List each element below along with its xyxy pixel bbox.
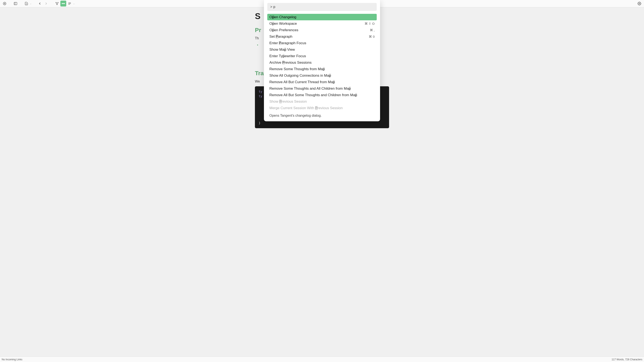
circle-icon[interactable] [2,1,8,6]
palette-item-label: Archive Previous Sessions [270,60,312,65]
palette-item[interactable]: Show All Outgoing Connections in Map [267,72,377,79]
sidebar-toggle-icon[interactable] [12,1,18,6]
palette-item[interactable]: Remove Some Thoughts from Map [267,66,377,72]
palette-item-shortcut: ⌘ 0 [369,35,374,38]
palette-item[interactable]: Open Changelog [267,14,377,20]
graph-icon[interactable] [54,1,60,6]
palette-item-shortcut: ⌘ , [370,28,374,32]
palette-item-label: Set Paragraph [270,34,292,39]
palette-item-label: Show All Outgoing Connections in Map [270,73,331,78]
palette-description: Opens Tangent's changelog dialog. [267,111,377,118]
thread-icon[interactable] [60,1,66,6]
palette-item-label: Show Map View [270,47,295,52]
command-palette: Open ChangelogOpen Workspace⌘ ⇧ OOpen Pr… [264,0,380,121]
palette-item[interactable]: Remove All But Current Thread from Map [267,79,377,85]
palette-item-label: Remove All But Some Thoughts and Childre… [270,93,357,97]
palette-item-label: Remove All But Current Thread from Map [270,80,335,84]
palette-item-label: Remove Some Thoughts from Map [270,67,325,71]
palette-item-label: Show Previous Session [270,99,307,104]
word-count-status[interactable]: 117 Words, 728 Characters [612,358,642,361]
chevron-down-icon[interactable]: ⌄ [30,2,32,4]
gear-icon[interactable] [636,1,642,6]
svg-point-13 [64,3,65,4]
palette-item[interactable]: Archive Previous Sessions [267,59,377,66]
chevron-down-icon[interactable]: ⌄ [73,2,75,4]
palette-item-label: Remove Some Thoughts and All Children fr… [270,86,351,91]
palette-item-label: Open Preferences [270,28,298,32]
palette-item[interactable]: Open Preferences⌘ , [267,27,377,33]
svg-point-8 [57,4,58,5]
back-icon[interactable] [37,1,43,6]
forward-icon[interactable] [43,1,49,6]
palette-item[interactable]: Merge Current Session With Previous Sess… [267,105,377,111]
svg-line-9 [56,3,57,4]
palette-item[interactable]: Enter Paragraph Focus [267,40,377,46]
svg-point-1 [4,3,5,4]
palette-input[interactable] [267,3,377,11]
svg-rect-2 [14,2,17,5]
svg-point-12 [63,3,64,4]
palette-item[interactable]: Set Paragraph⌘ 0 [267,33,377,40]
statusbar: No Incoming Links 117 Words, 728 Charact… [0,357,644,362]
svg-line-10 [57,3,58,4]
palette-item-label: Open Changelog [270,15,296,19]
palette-item[interactable]: Enter Typewriter Focus [267,53,377,59]
palette-item-label: Enter Typewriter Focus [270,54,306,58]
palette-item[interactable]: Show Previous Session [267,98,377,105]
palette-item-label: Merge Current Session With Previous Sess… [270,106,343,110]
svg-point-17 [639,3,640,4]
palette-item[interactable]: Remove Some Thoughts and All Children fr… [267,85,377,92]
svg-point-0 [3,2,6,5]
palette-item-shortcut: ⌘ ⇧ O [364,22,374,25]
palette-item[interactable]: Show Map View [267,46,377,53]
code-token: ty [259,94,262,98]
palette-item[interactable]: Open Workspace⌘ ⇧ O [267,20,377,27]
new-note-icon[interactable] [24,1,29,6]
incoming-links-status[interactable]: No Incoming Links [2,358,22,361]
svg-point-11 [62,3,62,4]
palette-item[interactable]: Remove All But Some Thoughts and Childre… [267,92,377,98]
palette-item-label: Enter Paragraph Focus [270,41,306,45]
palette-item-label: Open Workspace [270,21,297,26]
list-icon[interactable] [67,1,72,6]
code-token: ty [259,90,262,93]
palette-list: Open ChangelogOpen Workspace⌘ ⇧ OOpen Pr… [267,14,377,111]
